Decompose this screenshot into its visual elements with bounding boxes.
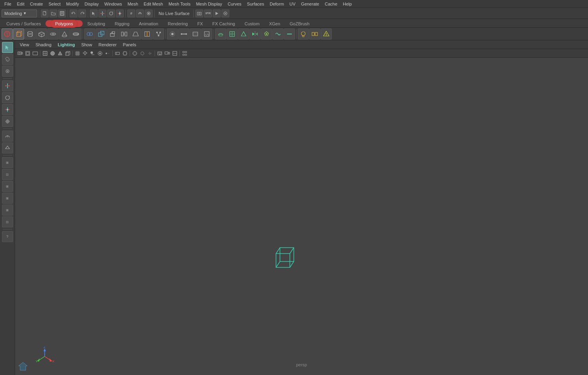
- vp-seq-time[interactable]: [156, 50, 163, 57]
- vp-menu-shading[interactable]: Shading: [32, 42, 55, 48]
- viewport-inner[interactable]: persp Z X: [15, 58, 588, 375]
- shelf-uv-editor[interactable]: UV: [201, 28, 212, 40]
- soft-select-left[interactable]: [2, 131, 13, 142]
- shelf-merge[interactable]: [153, 28, 164, 40]
- vp-menu-renderer[interactable]: Renderer: [95, 42, 120, 48]
- vp-camera-1[interactable]: [164, 50, 171, 57]
- move-tool-btn[interactable]: [98, 9, 106, 17]
- menu-mesh[interactable]: Mesh: [125, 1, 141, 7]
- ipr-btn[interactable]: IPR: [204, 9, 212, 17]
- shelf-harden-edge[interactable]: [284, 28, 295, 40]
- tab-sculpting[interactable]: Sculpting: [83, 20, 110, 27]
- vp-flat-shaded[interactable]: [57, 50, 64, 57]
- shelf-bevel[interactable]: [130, 28, 141, 40]
- viewport-renderer-btn[interactable]: [221, 9, 229, 17]
- vp-shadow-toggle[interactable]: [89, 50, 96, 57]
- vp-smooth-shaded[interactable]: [49, 50, 56, 57]
- tab-custom[interactable]: Custom: [240, 20, 265, 27]
- vp-hud-toggle[interactable]: [181, 50, 188, 57]
- render-settings-btn[interactable]: [195, 9, 203, 17]
- rotate-tool-btn[interactable]: [107, 9, 115, 17]
- snap-point-btn[interactable]: [145, 9, 153, 17]
- new-file-btn[interactable]: [41, 9, 49, 17]
- bottom-home-icon[interactable]: [17, 360, 29, 373]
- show-manip-left[interactable]: [2, 142, 13, 153]
- menu-windows[interactable]: Windows: [102, 1, 125, 7]
- rotate-tool-left[interactable]: [2, 92, 13, 103]
- tab-rigging[interactable]: Rigging: [110, 20, 134, 27]
- scale-tool-left[interactable]: [2, 104, 13, 115]
- universal-manip-left[interactable]: [2, 116, 13, 127]
- shelf-poly-plane[interactable]: [36, 28, 47, 40]
- vp-camera-btn[interactable]: [17, 50, 24, 57]
- tab-polygons[interactable]: Polygons: [45, 20, 82, 27]
- shelf-extrude[interactable]: [107, 28, 118, 40]
- shelf-edge[interactable]: [178, 28, 189, 40]
- shelf-poly-cube[interactable]: [13, 28, 24, 40]
- shelf-triangulate[interactable]: [238, 28, 249, 40]
- vp-lighting-mode[interactable]: [81, 50, 89, 57]
- move-tool-left[interactable]: [2, 80, 13, 91]
- vp-menu-lighting[interactable]: Lighting: [55, 42, 78, 48]
- shelf-bridge[interactable]: [119, 28, 130, 40]
- shelf-retopology[interactable]: [261, 28, 272, 40]
- shelf-paint-vtx[interactable]: [298, 28, 309, 40]
- shelf-subdivide[interactable]: [227, 28, 238, 40]
- tab-curves-surfaces[interactable]: Curves / Surfaces: [2, 20, 45, 27]
- shelf-vertex[interactable]: [167, 28, 178, 40]
- redo-btn[interactable]: [78, 9, 86, 17]
- shelf-poly-cylinder[interactable]: [25, 28, 36, 40]
- select-tool-btn[interactable]: [90, 9, 98, 17]
- snap-curve-btn[interactable]: [136, 9, 144, 17]
- menu-select[interactable]: Select: [46, 1, 64, 7]
- paint-select-left[interactable]: [2, 66, 13, 77]
- menu-generate[interactable]: Generate: [298, 1, 322, 7]
- vp-grid-toggle[interactable]: [74, 50, 81, 57]
- panel-5[interactable]: ⊞: [2, 205, 13, 216]
- shelf-smooth[interactable]: [215, 28, 226, 40]
- menu-modify[interactable]: Modify: [63, 1, 81, 7]
- vp-xray-active-comp[interactable]: [139, 50, 146, 57]
- panel-1[interactable]: ⊞: [2, 157, 13, 168]
- shelf-transfer-attr[interactable]: [309, 28, 320, 40]
- select-tool-left[interactable]: [2, 42, 13, 53]
- menu-deform[interactable]: Deform: [267, 1, 287, 7]
- shelf-combine[interactable]: [84, 28, 95, 40]
- menu-mesh-tools[interactable]: Mesh Tools: [166, 1, 193, 7]
- vp-ao-toggle[interactable]: [96, 50, 104, 57]
- shelf-mirror[interactable]: [250, 28, 261, 40]
- shelf-poly-torus[interactable]: [47, 28, 59, 40]
- shelf-soften-edge[interactable]: [272, 28, 284, 40]
- shelf-boolean[interactable]: [96, 28, 107, 40]
- vp-dof-toggle[interactable]: [104, 50, 111, 57]
- vp-menu-show[interactable]: Show: [78, 42, 95, 48]
- panel-4[interactable]: ⊞: [2, 193, 13, 204]
- vp-wireframe-btn[interactable]: [42, 50, 49, 57]
- tab-gozbrush[interactable]: GoZBrush: [285, 20, 314, 27]
- tab-rendering[interactable]: Rendering: [163, 20, 193, 27]
- menu-cache[interactable]: Cache: [322, 1, 340, 7]
- tab-xgen[interactable]: XGen: [264, 20, 285, 27]
- vp-camera-2[interactable]: [171, 50, 178, 57]
- menu-edit-mesh[interactable]: Edit Mesh: [141, 1, 166, 7]
- save-file-btn[interactable]: [58, 9, 66, 17]
- tab-fx-caching[interactable]: FX Caching: [208, 20, 240, 27]
- vp-film-gate[interactable]: [24, 50, 31, 57]
- vp-xray-toggle[interactable]: [131, 50, 138, 57]
- vp-menu-panels[interactable]: Panels: [120, 42, 140, 48]
- render-btn[interactable]: [213, 9, 221, 17]
- menu-surfaces[interactable]: Surfaces: [244, 1, 267, 7]
- shelf-poly-cone[interactable]: [59, 28, 70, 40]
- vp-isolate-select[interactable]: [121, 50, 129, 57]
- shelf-poly-sphere[interactable]: [2, 28, 13, 40]
- vp-bounding-box[interactable]: [64, 50, 71, 57]
- vp-menu-view[interactable]: View: [17, 42, 32, 48]
- panel-3[interactable]: ⊞: [2, 181, 13, 192]
- workspace-dropdown[interactable]: Modeling ▾: [2, 9, 37, 17]
- vp-scene-select[interactable]: [114, 50, 121, 57]
- menu-uv[interactable]: UV: [287, 1, 298, 7]
- shelf-poly-disc[interactable]: [70, 28, 81, 40]
- panel-2[interactable]: ⊡: [2, 169, 13, 180]
- menu-curves[interactable]: Curves: [225, 1, 244, 7]
- shelf-insert-loop[interactable]: [142, 28, 153, 40]
